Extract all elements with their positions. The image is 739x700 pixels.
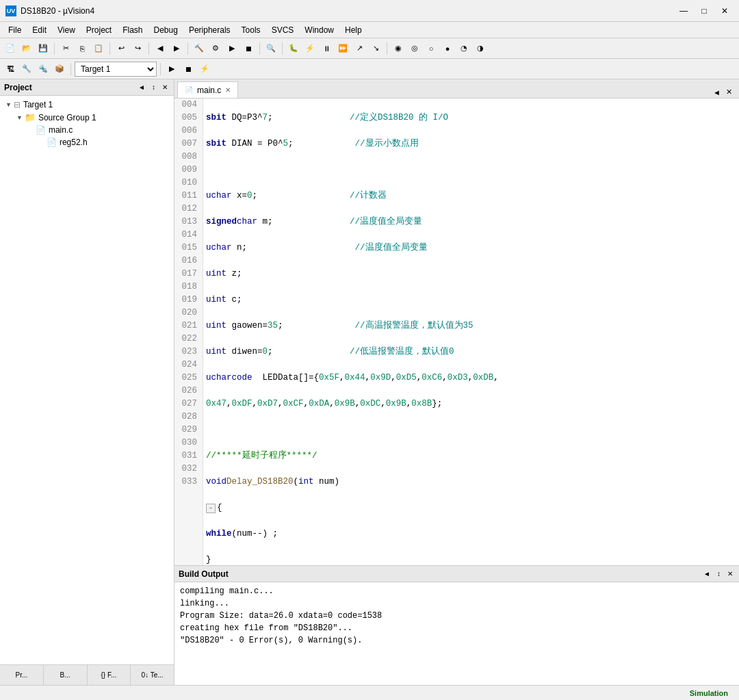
ln-015: 015 [174, 242, 200, 255]
proj-tab-1[interactable]: B... [44, 665, 88, 685]
status-bar: Simulation [0, 685, 739, 700]
ln-017: 017 [174, 268, 200, 281]
window-title: DS18B20 - µVision4 [21, 6, 675, 16]
code-line-015: 0x47,0xDF,0xD7,0xCF,0xDA,0x9B,0xDC,0x9B,… [206, 398, 736, 411]
build1[interactable]: 🔨 [192, 41, 207, 56]
mem2[interactable]: ◎ [407, 41, 422, 56]
proj-btn3[interactable]: 🔩 [36, 62, 51, 77]
tree-label-sourcegroup1: Source Group 1 [38, 113, 96, 122]
ln-007: 007 [174, 138, 200, 151]
menu-item-file[interactable]: File [3, 24, 27, 36]
paste-button[interactable]: 📋 [91, 41, 106, 56]
ln-013: 013 [174, 216, 200, 229]
find-button[interactable]: 🔍 [263, 41, 278, 56]
proj-tab-2[interactable]: {} F... [88, 665, 131, 685]
undo-button[interactable]: ↩ [114, 41, 129, 56]
fold-019[interactable]: - [206, 504, 216, 513]
nav-back[interactable]: ◀ [153, 41, 168, 56]
debug1[interactable]: 🐛 [286, 41, 301, 56]
proj-btn4[interactable]: 📦 [52, 62, 67, 77]
code-line-010: uint z; [206, 268, 736, 281]
mem5[interactable]: ◔ [456, 41, 471, 56]
menu-item-project[interactable]: Project [81, 24, 117, 36]
mem6[interactable]: ◑ [473, 41, 488, 56]
ln-024: 024 [174, 359, 200, 372]
proj-btn1[interactable]: 🏗 [3, 62, 18, 77]
minimize-button[interactable]: — [675, 4, 692, 18]
app-icon: UV [5, 5, 16, 16]
dbg-btn[interactable]: ⚡ [197, 62, 212, 77]
panel-pin-icon[interactable]: ◄ [136, 83, 147, 92]
cut-button[interactable]: ✂ [58, 41, 73, 56]
menu-item-help[interactable]: Help [339, 24, 367, 36]
stop-btn[interactable]: ⏹ [181, 62, 196, 77]
editor-tab-mainc[interactable]: 📄 main.c ✕ [177, 81, 238, 98]
code-content[interactable]: sbit DQ=P3^7; //定义DS18B20 的 I/O sbit DIA… [203, 99, 739, 565]
ln-020: 020 [174, 307, 200, 320]
project-tabs: Pr... B... {} F... 0↓ Te... [0, 664, 174, 685]
build4[interactable]: ⏹ [241, 41, 256, 56]
sep7 [387, 42, 387, 55]
debug2[interactable]: ⚡ [302, 41, 317, 56]
tree-item-target1[interactable]: ▼ ⊟ Target 1 [0, 99, 174, 111]
debug3[interactable]: ⏸ [319, 41, 334, 56]
c-file-icon: 📄 [36, 125, 46, 135]
target-select[interactable]: Target 1 [75, 62, 157, 77]
code-line-009: uchar n; //温度值全局变量 [206, 242, 736, 255]
nav-fwd[interactable]: ▶ [169, 41, 184, 56]
mem1[interactable]: ◉ [391, 41, 406, 56]
menu-item-svcs[interactable]: SVCS [266, 24, 300, 36]
code-line-004: sbit DQ=P3^7; //定义DS18B20 的 I/O [206, 112, 736, 125]
menu-item-peripherals[interactable]: Peripherals [183, 24, 236, 36]
menu-item-flash[interactable]: Flash [117, 24, 148, 36]
folder-icon: 📁 [25, 112, 36, 122]
build-line-2: Program Size: data=26.0 xdata=0 code=153… [180, 610, 734, 622]
menu-item-tools[interactable]: Tools [236, 24, 266, 36]
ln-012: 012 [174, 203, 200, 216]
mem3[interactable]: ○ [424, 41, 439, 56]
build-float-icon[interactable]: ↕ [715, 569, 723, 578]
menu-item-edit[interactable]: Edit [27, 24, 52, 36]
close-button[interactable]: ✕ [716, 4, 734, 18]
build-pin-icon[interactable]: ◄ [701, 569, 712, 578]
title-controls: — □ ✕ [675, 4, 734, 18]
build2[interactable]: ⚙ [208, 41, 223, 56]
sep3 [148, 42, 149, 55]
debug5[interactable]: ↗ [352, 41, 367, 56]
tree-item-mainc[interactable]: ▼ 📄 main.c [0, 124, 174, 136]
mem4[interactable]: ● [440, 41, 455, 56]
proj-tab-0[interactable]: Pr... [0, 665, 44, 685]
tree-item-reg52h[interactable]: ▼ 📄 reg52.h [0, 136, 174, 148]
open-button[interactable]: 📂 [19, 41, 34, 56]
build-output: Build Output ◄ ↕ ✕ compiling main.c... l… [174, 565, 739, 685]
ln-009: 009 [174, 164, 200, 177]
panel-float-icon[interactable]: ↕ [150, 83, 157, 92]
title-bar: UV DS18B20 - µVision4 — □ ✕ [0, 0, 739, 22]
copy-button[interactable]: ⎘ [75, 41, 90, 56]
project-panel-title: Project [4, 83, 32, 92]
tab-close-icon[interactable]: ✕ [225, 86, 231, 94]
new-button[interactable]: 📄 [3, 41, 18, 56]
menu-item-window[interactable]: Window [299, 24, 339, 36]
build3[interactable]: ▶ [224, 41, 239, 56]
menu-item-view[interactable]: View [52, 24, 81, 36]
maximize-button[interactable]: □ [695, 4, 713, 18]
toolbar2: 🏗 🔧 🔩 📦 Target 1 ▶ ⏹ ⚡ [0, 59, 739, 79]
menu-item-debug[interactable]: Debug [148, 24, 183, 36]
tree-label-target1: Target 1 [23, 100, 53, 109]
save-button[interactable]: 💾 [36, 41, 51, 56]
tab-ctrl-close[interactable]: ✕ [725, 86, 734, 98]
run-btn[interactable]: ▶ [164, 62, 179, 77]
redo-button[interactable]: ↪ [130, 41, 145, 56]
proj-btn2[interactable]: 🔧 [19, 62, 34, 77]
tab-ctrl-pin[interactable]: ◄ [712, 87, 722, 98]
proj-tab-3[interactable]: 0↓ Te... [131, 665, 174, 685]
debug6[interactable]: ↘ [368, 41, 383, 56]
panel-close-icon[interactable]: ✕ [160, 83, 170, 92]
tree-item-sourcegroup1[interactable]: ▼ 📁 Source Group 1 [0, 111, 174, 124]
code-editor[interactable]: 004 005 006 007 008 009 010 011 012 013 … [174, 99, 739, 565]
debug4[interactable]: ⏩ [335, 41, 350, 56]
build-close-icon[interactable]: ✕ [725, 569, 735, 578]
sep6 [282, 42, 283, 55]
code-line-020: while(num--) ; [206, 528, 736, 541]
